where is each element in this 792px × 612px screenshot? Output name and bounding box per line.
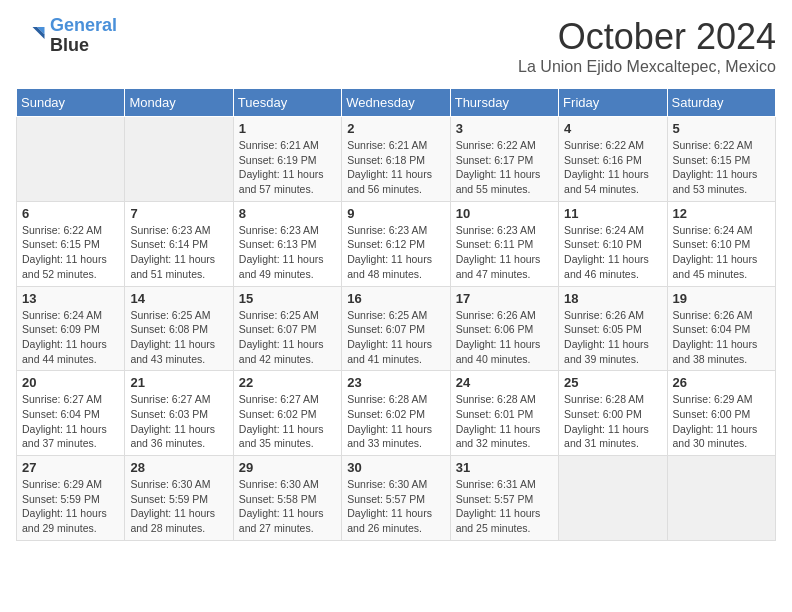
day-number: 22 [239, 375, 336, 390]
weekday-header: Sunday [17, 89, 125, 117]
calendar-cell [667, 456, 775, 541]
day-number: 8 [239, 206, 336, 221]
logo-text: General Blue [50, 16, 117, 56]
calendar-cell: 16Sunrise: 6:25 AM Sunset: 6:07 PM Dayli… [342, 286, 450, 371]
calendar-cell [559, 456, 667, 541]
calendar-week-row: 27Sunrise: 6:29 AM Sunset: 5:59 PM Dayli… [17, 456, 776, 541]
day-number: 10 [456, 206, 553, 221]
day-number: 15 [239, 291, 336, 306]
day-number: 4 [564, 121, 661, 136]
location-title: La Union Ejido Mexcaltepec, Mexico [518, 58, 776, 76]
calendar-cell: 10Sunrise: 6:23 AM Sunset: 6:11 PM Dayli… [450, 201, 558, 286]
day-info: Sunrise: 6:23 AM Sunset: 6:11 PM Dayligh… [456, 223, 553, 282]
calendar-cell: 9Sunrise: 6:23 AM Sunset: 6:12 PM Daylig… [342, 201, 450, 286]
day-info: Sunrise: 6:22 AM Sunset: 6:17 PM Dayligh… [456, 138, 553, 197]
weekday-header-row: SundayMondayTuesdayWednesdayThursdayFrid… [17, 89, 776, 117]
day-number: 29 [239, 460, 336, 475]
calendar-cell: 31Sunrise: 6:31 AM Sunset: 5:57 PM Dayli… [450, 456, 558, 541]
weekday-header: Friday [559, 89, 667, 117]
calendar-cell: 11Sunrise: 6:24 AM Sunset: 6:10 PM Dayli… [559, 201, 667, 286]
day-info: Sunrise: 6:26 AM Sunset: 6:06 PM Dayligh… [456, 308, 553, 367]
weekday-header: Tuesday [233, 89, 341, 117]
day-number: 2 [347, 121, 444, 136]
weekday-header: Monday [125, 89, 233, 117]
day-number: 16 [347, 291, 444, 306]
day-info: Sunrise: 6:27 AM Sunset: 6:03 PM Dayligh… [130, 392, 227, 451]
calendar-cell: 8Sunrise: 6:23 AM Sunset: 6:13 PM Daylig… [233, 201, 341, 286]
day-number: 31 [456, 460, 553, 475]
calendar-cell [17, 117, 125, 202]
weekday-header: Thursday [450, 89, 558, 117]
calendar-week-row: 1Sunrise: 6:21 AM Sunset: 6:19 PM Daylig… [17, 117, 776, 202]
calendar-cell: 21Sunrise: 6:27 AM Sunset: 6:03 PM Dayli… [125, 371, 233, 456]
day-info: Sunrise: 6:24 AM Sunset: 6:09 PM Dayligh… [22, 308, 119, 367]
day-info: Sunrise: 6:23 AM Sunset: 6:13 PM Dayligh… [239, 223, 336, 282]
day-number: 7 [130, 206, 227, 221]
day-number: 21 [130, 375, 227, 390]
day-info: Sunrise: 6:31 AM Sunset: 5:57 PM Dayligh… [456, 477, 553, 536]
calendar-cell: 30Sunrise: 6:30 AM Sunset: 5:57 PM Dayli… [342, 456, 450, 541]
calendar-cell: 25Sunrise: 6:28 AM Sunset: 6:00 PM Dayli… [559, 371, 667, 456]
day-info: Sunrise: 6:30 AM Sunset: 5:59 PM Dayligh… [130, 477, 227, 536]
day-info: Sunrise: 6:21 AM Sunset: 6:18 PM Dayligh… [347, 138, 444, 197]
calendar-cell: 26Sunrise: 6:29 AM Sunset: 6:00 PM Dayli… [667, 371, 775, 456]
calendar-cell: 4Sunrise: 6:22 AM Sunset: 6:16 PM Daylig… [559, 117, 667, 202]
calendar-cell: 27Sunrise: 6:29 AM Sunset: 5:59 PM Dayli… [17, 456, 125, 541]
calendar-cell: 5Sunrise: 6:22 AM Sunset: 6:15 PM Daylig… [667, 117, 775, 202]
calendar-cell: 22Sunrise: 6:27 AM Sunset: 6:02 PM Dayli… [233, 371, 341, 456]
day-number: 18 [564, 291, 661, 306]
calendar-week-row: 20Sunrise: 6:27 AM Sunset: 6:04 PM Dayli… [17, 371, 776, 456]
day-number: 17 [456, 291, 553, 306]
calendar-cell: 6Sunrise: 6:22 AM Sunset: 6:15 PM Daylig… [17, 201, 125, 286]
logo-icon [16, 21, 46, 51]
day-number: 14 [130, 291, 227, 306]
calendar-cell: 12Sunrise: 6:24 AM Sunset: 6:10 PM Dayli… [667, 201, 775, 286]
day-info: Sunrise: 6:23 AM Sunset: 6:12 PM Dayligh… [347, 223, 444, 282]
calendar-cell: 19Sunrise: 6:26 AM Sunset: 6:04 PM Dayli… [667, 286, 775, 371]
title-block: October 2024 La Union Ejido Mexcaltepec,… [518, 16, 776, 76]
calendar-cell: 23Sunrise: 6:28 AM Sunset: 6:02 PM Dayli… [342, 371, 450, 456]
day-number: 9 [347, 206, 444, 221]
day-info: Sunrise: 6:27 AM Sunset: 6:04 PM Dayligh… [22, 392, 119, 451]
day-info: Sunrise: 6:28 AM Sunset: 6:00 PM Dayligh… [564, 392, 661, 451]
day-number: 3 [456, 121, 553, 136]
day-number: 24 [456, 375, 553, 390]
day-number: 30 [347, 460, 444, 475]
day-info: Sunrise: 6:26 AM Sunset: 6:05 PM Dayligh… [564, 308, 661, 367]
day-info: Sunrise: 6:29 AM Sunset: 5:59 PM Dayligh… [22, 477, 119, 536]
calendar-cell [125, 117, 233, 202]
day-number: 28 [130, 460, 227, 475]
month-title: October 2024 [518, 16, 776, 58]
day-info: Sunrise: 6:30 AM Sunset: 5:58 PM Dayligh… [239, 477, 336, 536]
calendar-cell: 18Sunrise: 6:26 AM Sunset: 6:05 PM Dayli… [559, 286, 667, 371]
day-info: Sunrise: 6:23 AM Sunset: 6:14 PM Dayligh… [130, 223, 227, 282]
day-number: 20 [22, 375, 119, 390]
calendar-cell: 13Sunrise: 6:24 AM Sunset: 6:09 PM Dayli… [17, 286, 125, 371]
logo: General Blue [16, 16, 117, 56]
day-info: Sunrise: 6:25 AM Sunset: 6:07 PM Dayligh… [239, 308, 336, 367]
day-number: 27 [22, 460, 119, 475]
calendar-cell: 17Sunrise: 6:26 AM Sunset: 6:06 PM Dayli… [450, 286, 558, 371]
calendar-cell: 3Sunrise: 6:22 AM Sunset: 6:17 PM Daylig… [450, 117, 558, 202]
day-info: Sunrise: 6:28 AM Sunset: 6:02 PM Dayligh… [347, 392, 444, 451]
calendar-cell: 20Sunrise: 6:27 AM Sunset: 6:04 PM Dayli… [17, 371, 125, 456]
calendar-cell: 28Sunrise: 6:30 AM Sunset: 5:59 PM Dayli… [125, 456, 233, 541]
day-info: Sunrise: 6:28 AM Sunset: 6:01 PM Dayligh… [456, 392, 553, 451]
day-info: Sunrise: 6:22 AM Sunset: 6:16 PM Dayligh… [564, 138, 661, 197]
calendar-cell: 2Sunrise: 6:21 AM Sunset: 6:18 PM Daylig… [342, 117, 450, 202]
calendar-cell: 7Sunrise: 6:23 AM Sunset: 6:14 PM Daylig… [125, 201, 233, 286]
day-number: 25 [564, 375, 661, 390]
calendar-cell: 14Sunrise: 6:25 AM Sunset: 6:08 PM Dayli… [125, 286, 233, 371]
calendar-week-row: 13Sunrise: 6:24 AM Sunset: 6:09 PM Dayli… [17, 286, 776, 371]
day-info: Sunrise: 6:29 AM Sunset: 6:00 PM Dayligh… [673, 392, 770, 451]
page-header: General Blue October 2024 La Union Ejido… [16, 16, 776, 76]
day-info: Sunrise: 6:25 AM Sunset: 6:08 PM Dayligh… [130, 308, 227, 367]
weekday-header: Wednesday [342, 89, 450, 117]
day-info: Sunrise: 6:21 AM Sunset: 6:19 PM Dayligh… [239, 138, 336, 197]
day-info: Sunrise: 6:24 AM Sunset: 6:10 PM Dayligh… [673, 223, 770, 282]
day-info: Sunrise: 6:30 AM Sunset: 5:57 PM Dayligh… [347, 477, 444, 536]
day-info: Sunrise: 6:22 AM Sunset: 6:15 PM Dayligh… [22, 223, 119, 282]
day-number: 19 [673, 291, 770, 306]
day-number: 23 [347, 375, 444, 390]
weekday-header: Saturday [667, 89, 775, 117]
